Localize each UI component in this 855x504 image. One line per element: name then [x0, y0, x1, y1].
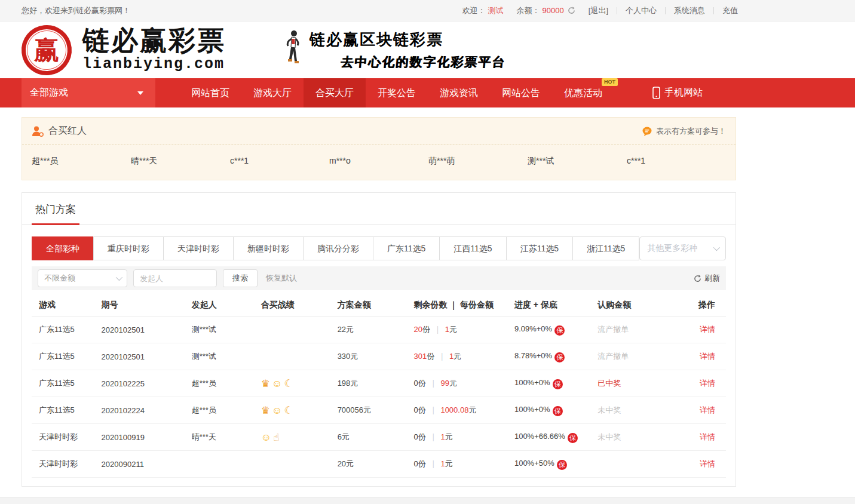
cobuy-celebrities-panel: 合买红人 表示有方案可参与！ 超***员 晴***天 c***1 m***o 萌… — [22, 117, 736, 180]
username-link[interactable]: 测试 — [488, 5, 504, 16]
cobuy-title-wrap: 合买红人 — [32, 125, 87, 137]
cell-progress: 100%+0%保 — [507, 405, 590, 416]
per-share-amount: 1 — [445, 325, 449, 334]
cobuy-user[interactable]: 超***员 — [32, 156, 131, 167]
cell-shares: 0份｜99元 — [406, 378, 507, 389]
welcome-label: 欢迎： — [462, 5, 486, 16]
cell-purchase-status: 未中奖 — [590, 405, 673, 416]
balance-refresh-icon[interactable] — [568, 7, 575, 14]
separator: ｜ — [430, 405, 437, 414]
col-action: 操作 — [674, 300, 726, 311]
table-row: 广东11选5 2020102224 超***员 ♛☺☾ 700056元 0份｜1… — [32, 397, 726, 424]
cobuy-user[interactable]: c***1 — [627, 156, 726, 167]
crown-icon: ♛ — [261, 378, 270, 389]
mascot-illustration — [283, 29, 301, 71]
chevron-down-icon — [713, 244, 720, 251]
details-link[interactable]: 详情 — [700, 459, 715, 468]
cell-progress: 100%+50%保 — [507, 459, 590, 470]
guarantee-badge: 保 — [557, 460, 567, 470]
nav-item-promotions[interactable]: 优惠活动 HOT — [552, 78, 614, 107]
details-link[interactable]: 详情 — [700, 379, 715, 388]
filter-bar: 不限金额 搜索 恢复默认 刷新 — [32, 266, 726, 290]
tab-tjssc[interactable]: 天津时时彩 — [163, 236, 234, 260]
nav-item-game-hall[interactable]: 游戏大厅 — [241, 78, 304, 107]
tab-jx11x5[interactable]: 江西11选5 — [439, 236, 506, 260]
reset-defaults-link[interactable]: 恢复默认 — [266, 273, 297, 284]
nav-item-game-news[interactable]: 游戏资讯 — [428, 78, 490, 107]
recharge-link[interactable]: 充值 — [722, 5, 738, 16]
col-progress: 进度 + 保底 — [507, 300, 590, 311]
more-lotteries-label: 其他更多彩种 — [647, 243, 697, 254]
cobuy-user[interactable]: 晴***天 — [131, 156, 230, 167]
footer-strip — [0, 497, 855, 504]
logout-link[interactable]: [退出] — [589, 5, 608, 16]
cell-shares: 20份｜1元 — [406, 324, 507, 335]
cell-purchase-status: 流产撤单 — [590, 324, 673, 335]
chat-bubble-icon — [642, 127, 652, 136]
tab-gd11x5[interactable]: 广东11选5 — [373, 236, 440, 260]
refresh-button[interactable]: 刷新 — [694, 273, 720, 284]
initiator-search-input[interactable] — [133, 269, 217, 287]
cell-game: 广东11选5 — [32, 405, 94, 416]
nav-item-home[interactable]: 网站首页 — [179, 78, 241, 107]
nav-item-site-announcements[interactable]: 网站公告 — [490, 78, 552, 107]
tab-zj11x5[interactable]: 浙江11选5 — [572, 236, 639, 260]
cell-initiator: 超***员 — [185, 378, 254, 389]
search-button[interactable]: 搜索 — [223, 269, 258, 287]
cell-progress: 9.09%+0%保 — [507, 324, 590, 336]
site-title-block[interactable]: 链必赢彩票 lianbiying.com — [82, 27, 226, 72]
cell-record: ♛☺☾ — [254, 377, 330, 390]
cobuy-user[interactable]: m***o — [329, 156, 428, 167]
shares-count: 0 — [413, 432, 418, 441]
table-row: 天津时时彩 2020090211 20元 0份｜1元 100%+50%保 详情 — [32, 451, 726, 478]
all-games-label: 全部游戏 — [30, 87, 68, 99]
cell-shares: 0份｜1元 — [406, 432, 507, 442]
details-link[interactable]: 详情 — [700, 432, 715, 441]
nav-item-cobuy-hall[interactable]: 合买大厅 — [304, 78, 366, 107]
purchase-status: 流产撤单 — [597, 352, 629, 361]
tab-cqssc[interactable]: 重庆时时彩 — [93, 236, 164, 260]
purchase-status: 未中奖 — [597, 432, 621, 441]
tab-hot-plans[interactable]: 热门方案 — [32, 193, 79, 225]
nav-item-draw-announcements[interactable]: 开奖公告 — [366, 78, 428, 107]
cobuy-title: 合买红人 — [48, 125, 87, 137]
moon-icon: ☾ — [284, 405, 293, 416]
logo-seal-icon[interactable]: 赢 — [19, 22, 74, 77]
divider — [713, 7, 714, 14]
cell-amount: 6元 — [330, 432, 407, 442]
guarantee-badge: 保 — [568, 433, 578, 443]
system-messages-link[interactable]: 系统消息 — [674, 5, 705, 16]
details-link[interactable]: 详情 — [700, 352, 715, 361]
tab-txffc[interactable]: 腾讯分分彩 — [303, 236, 373, 260]
mobile-site-link[interactable]: 手机网站 — [652, 78, 703, 107]
tab-xjssc[interactable]: 新疆时时彩 — [233, 236, 304, 260]
amount-filter-select[interactable]: 不限金额 — [38, 269, 127, 287]
cobuy-user[interactable]: c***1 — [230, 156, 329, 167]
cell-issue: 2020102225 — [94, 379, 185, 388]
cell-shares: 0份｜1元 — [406, 459, 507, 469]
hot-plans-card: 热门方案 全部彩种 重庆时时彩 天津时时彩 新疆时时彩 腾讯分分彩 广东11选5… — [22, 192, 736, 487]
slogan-block: 链必赢区块链彩票 去中心化的数字化彩票平台 — [309, 29, 505, 70]
user-center-link[interactable]: 个人中心 — [626, 5, 657, 16]
cobuy-user[interactable]: 萌***萌 — [428, 156, 528, 167]
cell-issue: 2020102224 — [94, 406, 185, 415]
more-lotteries-dropdown[interactable]: 其他更多彩种 — [639, 236, 726, 260]
progress-value: 8.78%+0% — [514, 351, 552, 360]
cell-game: 天津时时彩 — [32, 432, 94, 442]
cell-game: 广东11选5 — [32, 324, 94, 335]
shares-unit: 份 — [418, 459, 426, 468]
cobuy-user[interactable]: 测***试 — [528, 156, 627, 167]
shares-unit: 份 — [418, 432, 426, 441]
tab-all-lotteries[interactable]: 全部彩种 — [32, 236, 94, 260]
details-link[interactable]: 详情 — [700, 325, 715, 334]
cell-action: 详情 — [674, 378, 726, 389]
details-link[interactable]: 详情 — [700, 405, 715, 414]
table-row: 广东11选5 2020102501 测***试 22元 20份｜1元 9.09%… — [32, 316, 726, 343]
divider — [665, 7, 666, 14]
per-share-amount: 1 — [440, 432, 445, 441]
tab-js11x5[interactable]: 江苏11选5 — [506, 236, 573, 260]
cell-issue: 2020100919 — [94, 433, 185, 442]
per-share-amount: 1000.08 — [440, 405, 468, 414]
hot-badge: HOT — [602, 78, 618, 86]
all-games-dropdown[interactable]: 全部游戏 — [22, 78, 155, 107]
